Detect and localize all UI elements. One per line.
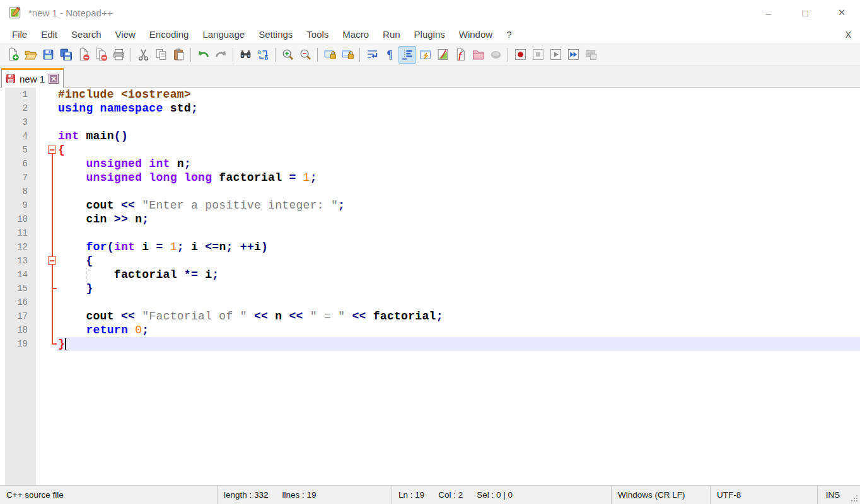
menu-window[interactable]: Window bbox=[452, 26, 499, 43]
line-number: 7 bbox=[5, 171, 36, 185]
replace-button[interactable]: ab bbox=[254, 46, 272, 64]
macro-run-multiple-button[interactable] bbox=[564, 46, 582, 64]
code-text[interactable]: #include <iostream> bbox=[57, 88, 860, 101]
line-number: 1 bbox=[5, 88, 36, 101]
cut-button[interactable] bbox=[134, 46, 152, 64]
fold-collapse-marker[interactable] bbox=[36, 254, 57, 268]
macro-record-button[interactable] bbox=[511, 46, 529, 64]
status-length-lines: length : 332 lines : 19 bbox=[218, 486, 392, 504]
column-position-label: Col : 2 bbox=[438, 490, 463, 500]
show-all-characters-button[interactable]: ¶ bbox=[381, 46, 398, 64]
code-text[interactable]: cin >> n; bbox=[57, 212, 860, 226]
close-button[interactable]: ✕ bbox=[823, 0, 860, 25]
line-number: 12 bbox=[5, 240, 36, 254]
find-button[interactable] bbox=[236, 46, 254, 64]
find-icon bbox=[239, 48, 252, 61]
close-all-button[interactable] bbox=[92, 46, 110, 64]
resize-grip[interactable] bbox=[848, 486, 860, 504]
line-number: 6 bbox=[5, 157, 36, 171]
function-list-button[interactable]: f bbox=[451, 46, 469, 64]
word-wrap-button[interactable] bbox=[363, 46, 381, 64]
code-text[interactable]: } bbox=[57, 337, 860, 351]
menu-bar-close-x[interactable]: X bbox=[845, 30, 851, 40]
maximize-button[interactable]: □ bbox=[787, 0, 823, 25]
text-caret bbox=[65, 338, 66, 350]
fold-margin bbox=[36, 337, 57, 351]
menu-encoding[interactable]: Encoding bbox=[142, 26, 196, 43]
tab-close-icon[interactable]: ✕ bbox=[49, 74, 59, 84]
new-file-button[interactable] bbox=[4, 46, 21, 64]
code-text[interactable]: } bbox=[57, 282, 860, 295]
line-number: 4 bbox=[5, 129, 36, 143]
code-text[interactable]: cout << "Factorial of " << n << " = " <<… bbox=[57, 309, 860, 323]
code-text[interactable]: { bbox=[57, 143, 860, 157]
menu-settings[interactable]: Settings bbox=[252, 26, 299, 43]
sync-vertical-scrolling-button[interactable] bbox=[321, 46, 339, 64]
minimize-button[interactable]: – bbox=[750, 0, 787, 25]
menu-plugins[interactable]: Plugins bbox=[407, 26, 452, 43]
open-file-button[interactable] bbox=[21, 46, 39, 64]
menu-edit[interactable]: Edit bbox=[34, 26, 64, 43]
fold-margin bbox=[36, 295, 57, 309]
monitoring-button[interactable] bbox=[487, 46, 504, 64]
code-text[interactable]: unsigned long long factorial = 1; bbox=[57, 171, 860, 185]
paste-button[interactable] bbox=[170, 46, 187, 64]
print-button[interactable] bbox=[110, 46, 127, 64]
save-file-button[interactable] bbox=[39, 46, 57, 64]
menu-macro[interactable]: Macro bbox=[335, 26, 376, 43]
zoom-out-button[interactable] bbox=[296, 46, 314, 64]
sync-horizontal-scrolling-icon bbox=[341, 48, 354, 61]
code-line-12: 12 for(int i = 1; i <=n; ++i) bbox=[5, 240, 860, 254]
code-line-9: 9 cout << "Enter a positive integer: "; bbox=[5, 198, 860, 212]
code-text[interactable]: return 0; bbox=[57, 323, 860, 337]
close-file-button[interactable] bbox=[74, 46, 92, 64]
folder-as-workspace-button[interactable] bbox=[469, 46, 487, 64]
menu-tools[interactable]: Tools bbox=[299, 26, 335, 43]
tab-bar: new 1 ✕ bbox=[0, 66, 860, 88]
copy-button[interactable] bbox=[152, 46, 170, 64]
macro-play-button[interactable] bbox=[547, 46, 564, 64]
tab-new-1[interactable]: new 1 ✕ bbox=[1, 68, 64, 88]
code-text[interactable]: using namespace std; bbox=[57, 101, 860, 115]
code-line-6: 6 unsigned int n; bbox=[5, 157, 860, 171]
code-text[interactable]: { bbox=[57, 254, 860, 268]
menu-view[interactable]: View bbox=[108, 26, 142, 43]
code-line-3: 3 bbox=[5, 115, 860, 129]
menu-search[interactable]: Search bbox=[64, 26, 108, 43]
user-defined-dialog-button[interactable] bbox=[416, 46, 434, 64]
menu-run[interactable]: Run bbox=[376, 26, 407, 43]
code-text[interactable]: int main() bbox=[57, 129, 860, 143]
code-text[interactable] bbox=[57, 115, 860, 129]
fold-collapse-marker[interactable] bbox=[36, 143, 57, 157]
status-cursor-position: Ln : 19 Col : 2 Sel : 0 | 0 bbox=[392, 486, 612, 504]
code-text[interactable]: for(int i = 1; i <=n; ++i) bbox=[57, 240, 860, 254]
code-text[interactable]: unsigned int n; bbox=[57, 157, 860, 171]
macro-save-button[interactable] bbox=[582, 46, 600, 64]
code-line-8: 8 bbox=[5, 185, 860, 198]
editor-area[interactable]: 1#include <iostream>2using namespace std… bbox=[0, 88, 860, 485]
undo-button[interactable] bbox=[194, 46, 212, 64]
menu-language[interactable]: Language bbox=[195, 26, 252, 43]
toolbar-separator bbox=[508, 48, 508, 62]
zoom-in-button[interactable] bbox=[279, 46, 296, 64]
document-map-button[interactable] bbox=[434, 46, 451, 64]
code-text[interactable] bbox=[57, 185, 860, 198]
save-all-button[interactable] bbox=[57, 46, 74, 64]
toolbar-separator bbox=[131, 48, 131, 62]
macro-stop-button[interactable] bbox=[529, 46, 547, 64]
status-encoding[interactable]: UTF-8 bbox=[711, 486, 818, 504]
code-text[interactable] bbox=[57, 295, 860, 309]
code-text[interactable]: cout << "Enter a positive integer: "; bbox=[57, 198, 860, 212]
status-eol-format[interactable]: Windows (CR LF) bbox=[612, 486, 711, 504]
undo-icon bbox=[197, 48, 210, 61]
fold-margin bbox=[36, 212, 57, 226]
code-text[interactable] bbox=[57, 226, 860, 240]
menu-file[interactable]: File bbox=[5, 26, 34, 43]
show-indent-guide-button[interactable] bbox=[398, 46, 416, 64]
redo-button[interactable] bbox=[212, 46, 230, 64]
status-insert-mode[interactable]: INS bbox=[818, 486, 848, 504]
fold-margin bbox=[36, 226, 57, 240]
menu-help[interactable]: ? bbox=[499, 26, 518, 43]
sync-horizontal-scrolling-button[interactable] bbox=[339, 46, 356, 64]
code-text[interactable]: factorial *= i; bbox=[57, 268, 860, 282]
